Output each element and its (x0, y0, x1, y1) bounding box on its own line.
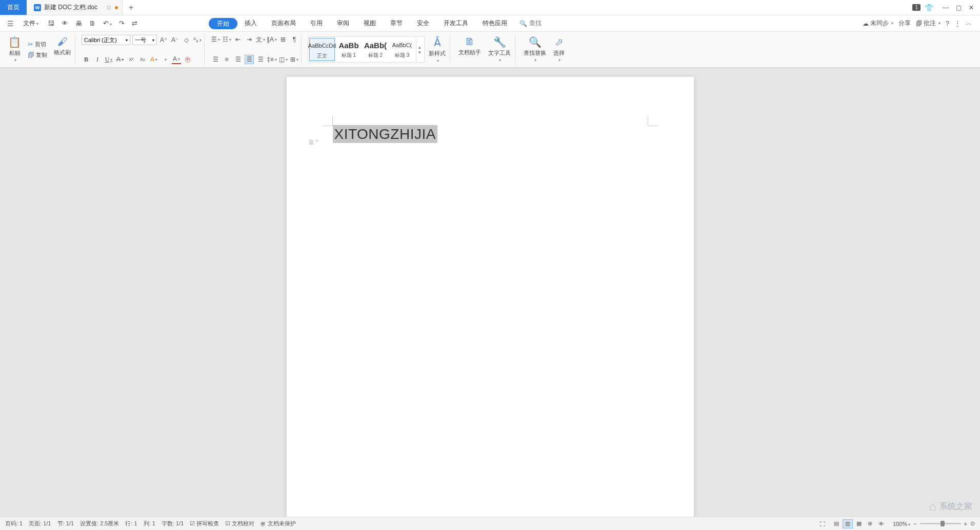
menutab-ref[interactable]: 引用 (303, 15, 330, 31)
line-spacing-ctrl-button[interactable]: ‖A (267, 35, 276, 44)
borders-button[interactable]: ⊞ (290, 55, 299, 64)
texttools-button[interactable]: 🔧 文字工具 (486, 35, 513, 64)
increase-font-button[interactable]: A⁺ (159, 35, 168, 45)
font-size-select[interactable]: 一号▾ (132, 35, 157, 45)
status-docproof[interactable]: ☑文档校对 (225, 520, 254, 527)
add-tab-button[interactable]: + (123, 0, 139, 15)
view-web-button[interactable]: ⊕ (865, 519, 875, 528)
tab-document[interactable]: W 新建 DOC 文档.doc ⊡ (27, 0, 123, 15)
style-heading2[interactable]: AaBb( 标题 2 (363, 38, 388, 61)
status-pagecode[interactable]: 页码: 1 (5, 520, 23, 527)
export-pdf-button[interactable]: 🗎 (87, 18, 98, 28)
save-button[interactable]: 🖫 (46, 18, 56, 28)
zoom-slider[interactable] (920, 523, 961, 524)
tab-home[interactable]: 首页 (0, 0, 27, 15)
strike-button[interactable]: A (115, 55, 125, 64)
maximize-button[interactable]: ▢ (956, 4, 962, 11)
menutab-insert[interactable]: 插入 (237, 15, 264, 31)
style-normal[interactable]: AaBbCcDd 正文 (309, 38, 335, 61)
search-box[interactable]: 🔍 查找 (519, 15, 542, 31)
zoom-out-button[interactable]: − (913, 521, 916, 527)
menutab-special[interactable]: 特色应用 (475, 15, 514, 31)
status-column[interactable]: 列: 1 (144, 520, 155, 527)
document-page[interactable]: 🗎▾ XITONGZHIJIA (287, 77, 694, 517)
hamburger-icon[interactable]: ☰ (5, 18, 16, 29)
share-button[interactable]: 分享 (898, 19, 911, 28)
align-distribute-button[interactable]: ☰ (256, 55, 265, 64)
style-heading1[interactable]: AaBb 标题 1 (336, 38, 362, 61)
more-button[interactable]: ⋮ (954, 20, 961, 27)
collapse-ribbon-button[interactable]: ︿ (966, 19, 972, 28)
phonetic-button[interactable]: ㊥ (183, 55, 192, 64)
view-page-button[interactable]: ▥ (843, 519, 853, 528)
clear-format-button[interactable]: ◇ (182, 35, 191, 45)
status-words[interactable]: 字数: 1/1 (162, 520, 184, 527)
text-direction-button[interactable]: 文 (256, 35, 265, 44)
fullscreen-button[interactable]: ⛶ (819, 521, 825, 527)
align-justify-button[interactable]: ☰ (245, 55, 254, 64)
view-outline-button[interactable]: ▦ (854, 519, 864, 528)
fit-button[interactable]: ⊙ (970, 520, 975, 527)
zoom-in-button[interactable]: + (964, 521, 967, 527)
align-right-button[interactable]: ☰ (233, 55, 243, 64)
menutab-devtools[interactable]: 开发工具 (436, 15, 475, 31)
select-button[interactable]: ⬀ 选择 (551, 35, 567, 64)
italic-button[interactable]: I (93, 55, 102, 64)
text-effects-button[interactable]: A (149, 55, 158, 64)
line-spacing-button[interactable]: ‡≡ (267, 55, 276, 64)
workspace[interactable]: 🗎▾ XITONGZHIJIA (0, 68, 980, 517)
cut-button[interactable]: ✂剪切 (26, 40, 49, 49)
dochelper-button[interactable]: 🗎 文档助手 (456, 35, 483, 64)
skin-icon[interactable]: 👕 (925, 4, 933, 12)
increase-indent-button[interactable]: ⇥ (245, 35, 254, 44)
redo-button[interactable]: ↷ (117, 18, 127, 28)
print-preview-button[interactable]: 👁 (59, 18, 70, 28)
style-heading3[interactable]: AaBbC( 标题 3 (389, 38, 415, 61)
view-eye-button[interactable]: 👁 (876, 519, 887, 528)
subscript-button[interactable]: X₂ (138, 55, 147, 64)
notification-badge[interactable]: 1 (912, 4, 921, 11)
highlight-button[interactable] (161, 55, 170, 64)
menutab-section[interactable]: 章节 (383, 15, 410, 31)
copy-button[interactable]: 🗐复制 (26, 51, 49, 59)
status-spellcheck[interactable]: ☑拼写检查 (190, 520, 219, 527)
align-center-button[interactable]: ≡ (222, 55, 231, 64)
paste-button[interactable]: 📋 粘贴 (6, 35, 23, 64)
menutab-start[interactable]: 开始 (209, 18, 237, 29)
status-position[interactable]: 设置值: 2.5厘米 (80, 520, 119, 527)
change-case-button[interactable]: ᴬₐ (193, 35, 202, 45)
file-menu[interactable]: 文件 (19, 18, 43, 29)
zoom-level[interactable]: 100% (893, 521, 910, 527)
shading-button[interactable]: ◫ (278, 55, 288, 64)
font-color-button[interactable]: A (172, 55, 181, 64)
superscript-button[interactable]: X² (127, 55, 136, 64)
decrease-indent-button[interactable]: ⇤ (233, 35, 243, 44)
pin-icon[interactable]: ⊡ (107, 5, 111, 10)
annotate-button[interactable]: 🗐批注 (916, 19, 941, 28)
print-button[interactable]: 🖶 (73, 18, 84, 28)
close-button[interactable]: ✕ (969, 4, 974, 11)
findreplace-button[interactable]: 🔍 查找替换 (522, 35, 548, 64)
newstyle-button[interactable]: Ǎ 新样式 (427, 35, 448, 64)
minimize-button[interactable]: — (943, 4, 949, 11)
formatbrush-button[interactable]: 🖌 格式刷 (52, 35, 73, 64)
document-text[interactable]: XITONGZHIJIA (333, 125, 437, 143)
unsync-button[interactable]: ☁未同步 (863, 19, 893, 28)
font-name-select[interactable]: Calibri (正文)▾ (82, 35, 130, 45)
decrease-font-button[interactable]: A⁻ (170, 35, 179, 45)
underline-button[interactable]: U (104, 55, 113, 64)
bullets-button[interactable]: ☰ (211, 35, 220, 44)
show-marks-button[interactable]: ¶ (290, 35, 299, 44)
paragraph-tag-icon[interactable]: 🗎▾ (308, 138, 318, 146)
undo-button[interactable]: ↶ (101, 18, 114, 28)
status-line[interactable]: 行: 1 (125, 520, 137, 527)
menutab-pagelayout[interactable]: 页面布局 (264, 15, 303, 31)
style-gallery-more[interactable]: ▴▾ (416, 38, 423, 61)
tab-stop-button[interactable]: ⊞ (278, 35, 288, 44)
menutab-security[interactable]: 安全 (410, 15, 436, 31)
numbering-button[interactable]: ☷ (222, 35, 231, 44)
view-read-button[interactable]: ▤ (831, 519, 842, 528)
status-unprotected[interactable]: ⛨文档未保护 (261, 520, 296, 527)
menutab-view[interactable]: 视图 (356, 15, 383, 31)
quickbar-more[interactable]: ⇄ (130, 18, 139, 28)
